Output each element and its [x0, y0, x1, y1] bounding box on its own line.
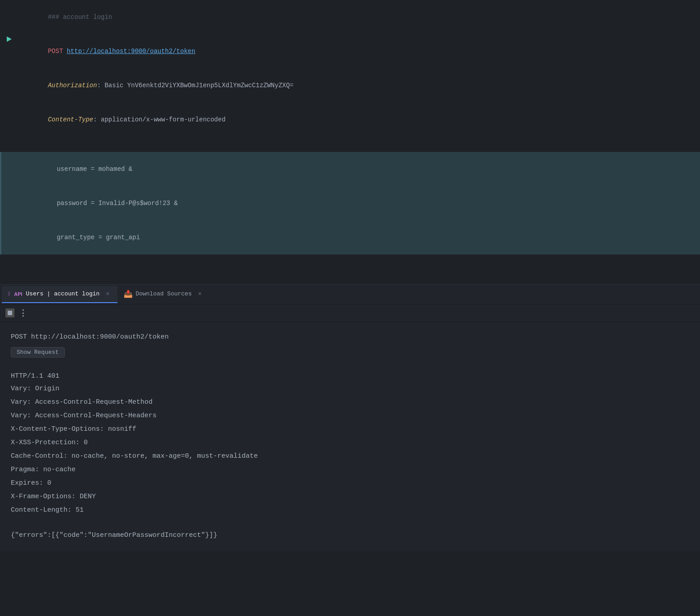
- param-grant-type-line: grant_type = grant_api: [1, 220, 700, 254]
- empty-line-2: [0, 255, 700, 270]
- content-type-header-line: Content-Type: application/x-www-form-url…: [0, 103, 700, 137]
- spacer: [0, 103, 18, 104]
- comment-line: ### account login: [0, 0, 700, 34]
- tab-close-download[interactable]: ×: [196, 290, 203, 298]
- api-icon: : [8, 291, 11, 297]
- show-request-button[interactable]: Show Request: [11, 347, 65, 357]
- response-panel: ⋮ POST http://localhost:9000/oauth2/toke…: [0, 304, 700, 551]
- http-method: POST: [48, 48, 67, 55]
- param-grant-type: grant_type = grant_api: [19, 221, 700, 254]
- tab-users-account-login[interactable]:  API Users | account login ×: [2, 286, 117, 303]
- method-url-line: POST http://localhost:9000/oauth2/token: [0, 34, 700, 68]
- empty-line-3: [0, 270, 700, 284]
- response-header-line: X-Content-Type-Options: nosniff: [11, 423, 689, 436]
- content-type-content: Content-Type: application/x-www-form-url…: [18, 103, 700, 136]
- comment-text: ### account login: [18, 1, 700, 33]
- response-header-line: Vary: Access-Control-Request-Headers: [11, 410, 689, 422]
- stop-icon: [8, 311, 12, 315]
- tab-label-download: Download Sources: [135, 290, 192, 297]
- param-password: password = Invalid-P@s$word!23 &: [19, 187, 700, 219]
- request-url: http://localhost:9000/oauth2/token: [67, 48, 195, 55]
- more-options-button[interactable]: ⋮: [19, 308, 27, 318]
- response-header-line: Vary: Access-Control-Request-Method: [11, 396, 689, 409]
- response-header-line: Vary: Origin: [11, 383, 689, 395]
- params-block: username = mohamed & password = Invalid-…: [0, 152, 700, 254]
- svg-marker-0: [7, 36, 12, 42]
- authorization-header-line: Authorization: Basic YnV6enktd2ViYXBwOmJ…: [0, 68, 700, 103]
- response-headers: Vary: OriginVary: Access-Control-Request…: [11, 383, 689, 517]
- tab-close-users[interactable]: ×: [104, 290, 111, 298]
- param-password-line: password = Invalid-P@s$word!23 &: [1, 186, 700, 220]
- spacer: [1, 187, 19, 188]
- response-header-line: Cache-Control: no-cache, no-store, max-a…: [11, 450, 689, 463]
- api-badge: API: [14, 291, 22, 297]
- param-username-line: username = mohamed &: [1, 152, 700, 186]
- tab-label-users: Users | account login: [26, 290, 100, 297]
- spacer: [1, 153, 19, 154]
- spacer: [0, 69, 18, 70]
- param-username: username = mohamed &: [19, 153, 700, 185]
- response-header-line: Expires: 0: [11, 477, 689, 490]
- download-icon: 📥: [124, 290, 133, 299]
- auth-header-content: Authorization: Basic YnV6enktd2ViYXBwOmJ…: [18, 69, 700, 102]
- method-url-content: POST http://localhost:9000/oauth2/token: [18, 35, 700, 67]
- tab-download-sources[interactable]: 📥 Download Sources ×: [117, 285, 210, 304]
- code-editor: ### account login POST http://localhost:…: [0, 0, 700, 285]
- stop-button[interactable]: [5, 308, 14, 317]
- spacer: [0, 1, 18, 2]
- tabs-bar:  API Users | account login × 📥 Download…: [0, 285, 700, 304]
- spacer: [0, 271, 18, 272]
- empty-line-1: [0, 137, 700, 151]
- spacer: [1, 221, 19, 222]
- run-button[interactable]: [0, 35, 18, 42]
- http-status: HTTP/1.1 401: [11, 370, 689, 383]
- spacer: [0, 138, 18, 138]
- response-toolbar: ⋮: [0, 304, 700, 322]
- response-header-line: X-XSS-Protection: 0: [11, 437, 689, 449]
- response-body: POST http://localhost:9000/oauth2/token …: [0, 322, 700, 551]
- response-header-line: X-Frame-Options: DENY: [11, 491, 689, 503]
- response-header-line: Content-Length: 51: [11, 504, 689, 517]
- response-json-body: {"errors":[{"code":"UsernameOrPasswordIn…: [11, 529, 689, 542]
- request-url-display: POST http://localhost:9000/oauth2/token: [11, 331, 689, 344]
- response-header-line: Pragma: no-cache: [11, 464, 689, 476]
- spacer: [0, 256, 18, 257]
